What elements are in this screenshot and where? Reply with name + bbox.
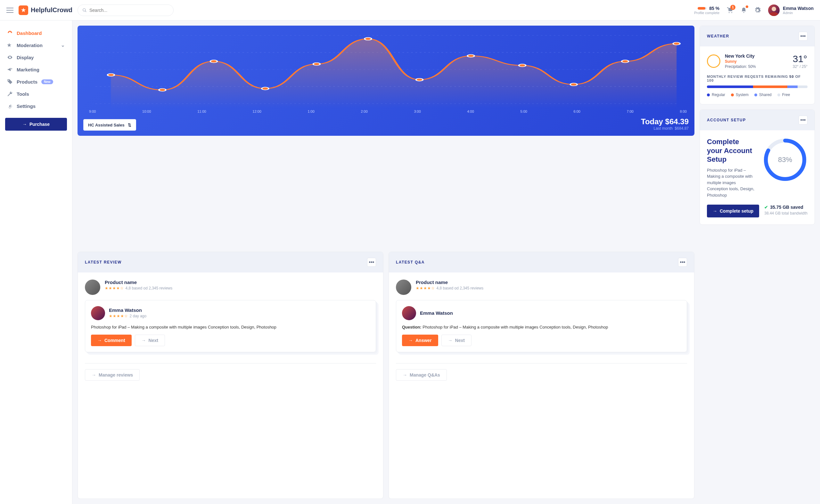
arrow-right-icon: → (408, 338, 413, 343)
account-menu-button[interactable]: ••• (799, 116, 808, 125)
answer-button[interactable]: →Answer (402, 335, 438, 346)
account-progress-ring: 83% (763, 137, 808, 182)
bell-dot (746, 5, 748, 8)
sidebar-item-label: Tools (17, 91, 29, 97)
arrow-right-icon: → (448, 338, 453, 343)
product-thumb (85, 280, 100, 295)
top-header: ★ HelpfulCrowd 85 % Profile complete 1 (0, 0, 820, 20)
svg-point-2 (731, 12, 732, 13)
purchase-button[interactable]: → Purchase (5, 118, 67, 131)
search-icon (82, 8, 87, 12)
review-requests-title: MONTHLY REVIEW REQESTS REMAINING 50 OF 1… (707, 75, 808, 82)
chart-selector-label: HC Assisted Sales (88, 123, 125, 127)
weather-range: 32° / 25° (793, 64, 808, 69)
manage-reviews-button[interactable]: →Manage reviews (85, 369, 140, 381)
user-menu[interactable]: Emma Watson Admin (768, 4, 814, 16)
gb-saved: ✔35.75 GB saved (764, 205, 808, 210)
latest-qa-title: LATEST Q&A (396, 260, 425, 264)
review-time: 2 day ago (129, 314, 146, 318)
svg-point-0 (83, 8, 85, 11)
review-item: Emma Watson ★★★★☆ 2 day ago Photoshop fo… (85, 300, 376, 353)
profile-progress-bar (698, 7, 707, 10)
sidebar-item-label: Products (17, 79, 37, 85)
svg-point-1 (729, 12, 730, 13)
review-body: Photoshop for iPad – Making a composite … (91, 324, 370, 330)
next-review-button[interactable]: →Next (135, 335, 165, 346)
svg-point-11 (210, 60, 217, 62)
sidebar-item-settings[interactable]: Settings (5, 100, 67, 112)
account-setup-card: ACCOUNT SETUP ••• Complete your Account … (700, 110, 815, 225)
tag-icon (7, 79, 13, 85)
sidebar-item-marketing[interactable]: Marketing (5, 63, 67, 76)
comment-button[interactable]: →Comment (91, 335, 132, 346)
sidebar: Dashboard ★ Moderation ⌄ Display Marketi… (0, 20, 72, 504)
sidebar-item-products[interactable]: Products New (5, 76, 67, 88)
sort-icon: ⇅ (128, 123, 131, 127)
sidebar-item-label: Moderation (17, 43, 43, 48)
next-qa-button[interactable]: →Next (442, 335, 472, 346)
svg-point-18 (570, 83, 577, 86)
asker-avatar (402, 306, 416, 320)
rating-text: 4,8 based od 2,345 reviews (436, 286, 483, 290)
sidebar-item-label: Dashboard (17, 30, 42, 36)
svg-point-10 (159, 89, 166, 91)
sales-chart-card: 9:0010:0011:0012:001:002:003:004:005:006… (77, 26, 694, 136)
svg-point-9 (108, 74, 115, 76)
svg-point-13 (313, 63, 320, 65)
product-name: Product name (105, 280, 172, 285)
sidebar-item-display[interactable]: Display (5, 51, 67, 63)
chart-x-labels: 9:0010:0011:0012:001:002:003:004:005:006… (83, 110, 689, 113)
latest-qa-card: LATEST Q&A ••• Product name ★★★★☆ 4,8 ba… (388, 252, 694, 499)
product-thumb (396, 280, 411, 295)
line-chart (83, 31, 689, 108)
hamburger-icon[interactable] (6, 8, 13, 13)
user-role: Admin (783, 11, 814, 15)
rating-text: 4,8 based od 2,345 reviews (125, 286, 172, 290)
latest-qa-menu-button[interactable]: ••• (678, 258, 687, 267)
new-pill: New (41, 79, 53, 84)
sidebar-item-moderation[interactable]: ★ Moderation ⌄ (5, 39, 67, 51)
latest-review-title: LATEST REVIEW (85, 260, 122, 264)
star-rating-icon: ★★★★☆ (105, 286, 124, 290)
user-name: Emma Watson (783, 6, 814, 11)
svg-point-17 (519, 64, 526, 67)
account-pct: 83% (763, 137, 808, 182)
cart-icon[interactable]: 1 (727, 7, 734, 14)
profile-label: Profile complete (694, 11, 719, 15)
sidebar-item-dashboard[interactable]: Dashboard (5, 27, 67, 39)
search-field[interactable] (89, 8, 169, 13)
brand-logo[interactable]: ★ HelpfulCrowd (19, 5, 72, 15)
svg-point-16 (467, 54, 475, 57)
avatar (768, 4, 780, 16)
arrow-right-icon: → (22, 122, 27, 127)
weather-city: New York City (725, 53, 756, 59)
chevron-down-icon: ⌄ (61, 42, 65, 48)
review-requests-legend: RegularSystemSharedFree (707, 93, 808, 97)
reviewer-name: Emma Watson (109, 307, 146, 313)
brand-text: HelpfulCrowd (31, 6, 72, 14)
today-value: $64.39 (665, 117, 689, 126)
gear-icon[interactable] (754, 7, 761, 14)
weather-card: WEATHER ••• New York City Sunny Precipit… (700, 26, 815, 104)
megaphone-icon (7, 67, 13, 72)
chart-selector-button[interactable]: HC Assisted Sales ⇅ (83, 119, 136, 131)
svg-point-14 (364, 37, 371, 40)
last-label: Last month (654, 126, 673, 131)
search-input[interactable] (77, 4, 174, 16)
wrench-icon (7, 91, 13, 97)
bell-icon[interactable] (741, 7, 747, 14)
svg-point-20 (673, 42, 680, 45)
latest-review-menu-button[interactable]: ••• (367, 258, 376, 267)
sidebar-item-tools[interactable]: Tools (5, 88, 67, 100)
purchase-label: Purchase (29, 122, 50, 127)
arrow-right-icon: → (92, 372, 96, 378)
sidebar-item-label: Settings (17, 103, 36, 109)
complete-setup-button[interactable]: → Complete setup (707, 205, 759, 217)
manage-qas-button[interactable]: →Manage Q&As (396, 369, 447, 381)
star-rating-icon: ★★★★☆ (109, 314, 128, 318)
product-name: Product name (416, 280, 483, 285)
weather-menu-button[interactable]: ••• (799, 32, 808, 41)
asker-name: Emma Watson (420, 310, 453, 316)
profile-pct: 85 % (709, 6, 719, 11)
sidebar-item-label: Display (17, 55, 34, 60)
